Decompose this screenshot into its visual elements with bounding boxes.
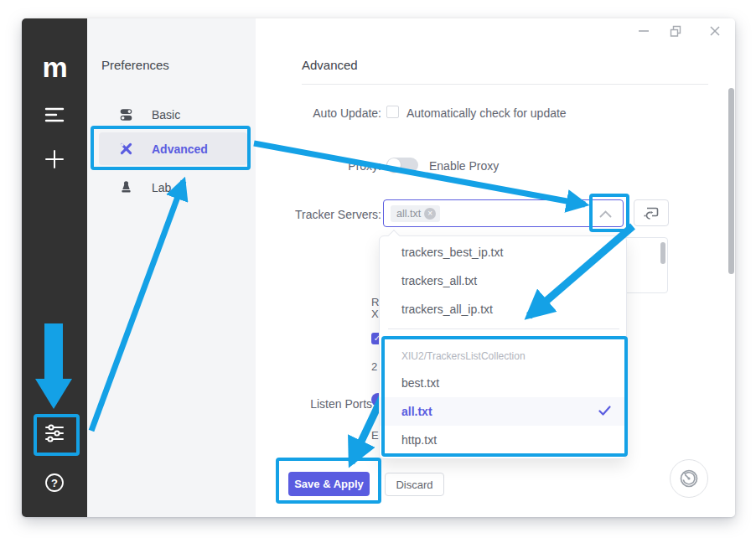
dropdown-item[interactable]: trackers_all_ip.txt — [380, 295, 626, 323]
nav-item-basic[interactable]: Basic — [99, 98, 247, 131]
nav-label-basic: Basic — [152, 108, 180, 122]
dropdown-item[interactable]: trackers_best_ip.txt — [380, 238, 626, 266]
nav-label-advanced: Advanced — [152, 142, 208, 156]
preferences-icon[interactable] — [22, 422, 87, 444]
obscured-text-4: E — [371, 429, 379, 442]
tag-close-icon[interactable]: × — [424, 208, 436, 220]
tracker-dropdown: trackers_best_ip.txt trackers_all.txt tr… — [379, 235, 627, 459]
save-apply-button[interactable]: Save & Apply — [288, 472, 370, 496]
tracker-select[interactable]: all.txt × — [383, 199, 624, 227]
obscured-text-3: 2 — [371, 360, 377, 373]
page-title: Advanced — [302, 58, 358, 72]
auto-update-text: Automatically check for update — [406, 106, 567, 120]
auto-update-checkbox[interactable] — [386, 106, 399, 118]
selected-item-label: all.txt — [401, 405, 432, 418]
proxy-text: Enable Proxy — [429, 159, 499, 173]
tools-icon — [119, 142, 133, 156]
maximize-button[interactable] — [669, 24, 682, 38]
check-icon — [598, 406, 611, 416]
toggle-knob — [387, 158, 401, 172]
minimize-button[interactable] — [637, 24, 650, 38]
preferences-panel: Preferences Basic Advanced — [87, 18, 256, 517]
logo-letter: m — [42, 53, 66, 81]
task-list-icon[interactable] — [22, 104, 87, 126]
dropdown-item[interactable]: trackers_all.txt — [380, 266, 626, 295]
preferences-title: Preferences — [101, 58, 169, 72]
main-scrollbar[interactable] — [728, 88, 734, 274]
obscured-text-1: R — [371, 296, 379, 308]
help-icon[interactable]: ? — [22, 472, 87, 494]
obscured-text-2: X — [371, 308, 379, 320]
selected-tracker-tag: all.txt × — [391, 205, 440, 222]
proxy-toggle[interactable] — [386, 158, 418, 173]
speed-limit-button[interactable] — [670, 459, 708, 498]
auto-update-label: Auto Update: — [256, 106, 381, 120]
discard-button[interactable]: Discard — [385, 473, 444, 496]
proxy-label: Proxy: — [256, 159, 381, 173]
help-glyph: ? — [51, 477, 58, 489]
nav-item-lab[interactable]: Lab — [99, 171, 247, 204]
screenshot-canvas: m — [0, 0, 756, 538]
title-divider — [302, 84, 708, 85]
nav-label-lab: Lab — [152, 181, 171, 194]
lab-icon — [119, 180, 133, 194]
tag-label: all.txt — [396, 208, 421, 220]
nav-item-advanced[interactable]: Advanced — [99, 132, 247, 165]
sync-trackers-button[interactable] — [634, 199, 669, 226]
add-task-icon[interactable] — [22, 148, 87, 170]
dropdown-item[interactable]: best.txt — [380, 369, 626, 397]
listen-ports-label: Listen Ports: — [256, 397, 375, 411]
chevron-up-icon[interactable] — [599, 210, 612, 218]
tracker-servers-label: Tracker Servers: — [256, 208, 381, 221]
textarea-scrollbar[interactable] — [660, 242, 665, 264]
dropdown-group-label: XIU2/TrackersListCollection — [380, 345, 626, 367]
dropdown-divider — [388, 328, 619, 329]
app-sidebar: m — [22, 18, 87, 517]
speedometer-icon — [677, 467, 701, 490]
dropdown-item-selected[interactable]: all.txt — [380, 397, 626, 426]
dropdown-item[interactable]: http.txt — [380, 426, 626, 454]
motrix-logo-icon: m — [22, 52, 87, 82]
sync-icon — [642, 204, 660, 221]
close-button[interactable] — [708, 24, 722, 38]
toggles-icon — [119, 107, 133, 122]
